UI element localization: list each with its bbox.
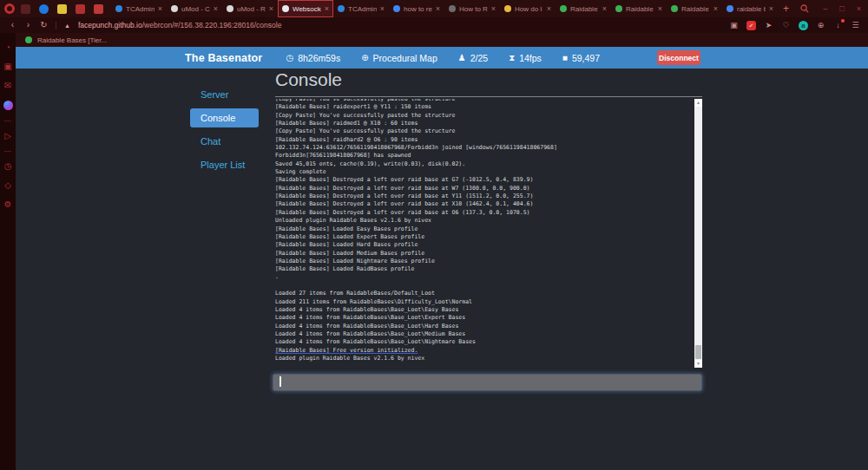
tab-strip: TCAdmin - F × uMod - Cop × uMod - Raid ×…	[111, 0, 778, 17]
console-line: Forbidd3n[76561198418067968] has spawned	[275, 152, 690, 160]
tab-title: TCAdmin - F	[126, 5, 155, 13]
toolbar-action-icon[interactable]: a	[799, 21, 808, 30]
console-log: [Copy Paste] You've successfully pasted …	[275, 99, 702, 362]
tab-close-icon[interactable]: ×	[269, 4, 273, 13]
opera-gx-menu-icon[interactable]	[4, 3, 15, 14]
scroll-up-icon[interactable]: ▲	[694, 99, 702, 107]
console-scrollbar[interactable]: ▲ ▼	[694, 99, 702, 368]
console-line: Unloaded plugin Raidable Bases v2.1.6 by…	[275, 217, 690, 225]
tab-close-icon[interactable]: ×	[769, 4, 773, 13]
stat-icon: ♟	[458, 53, 466, 62]
stat-value: 14fps	[519, 53, 542, 63]
scroll-down-icon[interactable]: ▼	[694, 360, 702, 368]
tab-close-icon[interactable]: ×	[214, 4, 218, 13]
tab-close-icon[interactable]: ×	[491, 4, 496, 13]
console-line: Loaded 27 items from RaidableBases/Defau…	[275, 290, 690, 297]
browser-tab[interactable]: Raidable Ba ×	[667, 0, 722, 17]
tab-title: Raidable Ba	[570, 5, 599, 13]
tab-close-icon[interactable]: ×	[436, 4, 440, 13]
disconnect-button[interactable]: Disconnect	[657, 50, 700, 65]
pinned-tab-favicon[interactable]	[57, 4, 67, 14]
address-url[interactable]: facepunch.github.io/webrcon/#/156.38.220…	[78, 21, 281, 29]
sidebar-icon[interactable]: ✉	[4, 82, 11, 90]
toolbar-action-icon[interactable]: ✓	[746, 21, 756, 30]
browser-tab[interactable]: Websocket R ×	[278, 0, 333, 17]
toolbar-actions: ▣✓➤♡a⊕↓☰	[729, 21, 860, 30]
browser-tab[interactable]: raidable bas ×	[722, 0, 778, 17]
back-button[interactable]: ‹	[9, 21, 16, 29]
tab-favicon	[449, 5, 456, 12]
sidebar-icon[interactable]	[3, 101, 13, 110]
sidebar-icon[interactable]: ▷	[4, 132, 11, 140]
sidebar-icon[interactable]: ◷	[4, 162, 12, 171]
tab-close-icon[interactable]: ×	[547, 4, 551, 13]
browser-tab[interactable]: how to remo ×	[389, 0, 444, 17]
toolbar-action-icon[interactable]: ♡	[781, 21, 791, 30]
browser-tab[interactable]: How to Rem ×	[444, 0, 500, 17]
browser-tab[interactable]: TCAdmin - F ×	[111, 0, 167, 17]
server-stats: ◷ 8h26m59s ⊕ Procedural Map ♟ 2/25 ⧗ 14f…	[286, 53, 600, 63]
window-minimize-button[interactable]: –	[823, 4, 827, 13]
toolbar-action-icon[interactable]: ⊕	[816, 21, 825, 30]
nav-item[interactable]: Console	[190, 108, 259, 127]
window-maximize-button[interactable]: □	[839, 4, 844, 13]
toolbar-action-icon[interactable]: ☰	[851, 21, 860, 30]
console-line: Loaded 4 items from RaidableBases\Base_L…	[275, 306, 690, 314]
scrollbar-thumb[interactable]	[695, 345, 701, 359]
tab-close-icon[interactable]: ×	[380, 4, 385, 13]
console-line	[275, 282, 690, 290]
sidebar-icon[interactable]	[4, 121, 11, 121]
console-line: 102.132.74.124:63612/76561198418067968/F…	[275, 144, 690, 152]
webrcon-page: The Basenator ◷ 8h26m59s ⊕ Procedural Ma…	[16, 47, 868, 470]
browser-tab[interactable]: How do I rem ×	[500, 0, 556, 17]
console-line: [Raidable Bases] Loaded Medium Bases pro…	[275, 250, 690, 258]
tab-favicon	[282, 5, 289, 12]
pinned-tab-favicon[interactable]	[39, 4, 49, 14]
command-input[interactable]	[273, 374, 702, 391]
nav-item[interactable]: Server	[190, 85, 259, 104]
stat-value: Procedural Map	[373, 53, 437, 63]
toolbar-action-icon[interactable]: ↓	[833, 21, 843, 30]
sidebar-icon[interactable]	[4, 151, 11, 152]
pinned-tab-favicon[interactable]	[76, 4, 85, 14]
tab-favicon	[338, 5, 345, 12]
bookmark-item[interactable]: Raidable Bases [Tier...	[37, 36, 107, 44]
page-nav: ServerConsoleChatPlayer List	[190, 85, 259, 179]
tab-close-icon[interactable]: ×	[713, 4, 718, 13]
sidebar-icon[interactable]: ◔	[5, 43, 10, 52]
stat-value: 59,497	[572, 53, 600, 63]
browser-tab[interactable]: Raidable Ba ×	[611, 0, 667, 17]
tab-favicon	[671, 5, 678, 12]
sidebar-icon[interactable]: ▣	[3, 62, 11, 71]
new-tab-button[interactable]: +	[783, 3, 789, 14]
reload-button[interactable]: ↻	[40, 21, 48, 29]
browser-chrome: TCAdmin - F × uMod - Cop × uMod - Raid ×…	[0, 0, 868, 47]
site-warning-icon[interactable]: ▲	[64, 23, 70, 29]
search-tabs-icon[interactable]	[800, 4, 809, 13]
console-line: [Raidable Bases] Free version initialize…	[275, 347, 690, 355]
tab-close-icon[interactable]: ×	[325, 4, 329, 13]
sidebar-icon[interactable]: ◇	[4, 181, 11, 190]
tab-title: Raidable Ba	[681, 5, 710, 13]
pinned-tab-favicon[interactable]	[94, 4, 103, 14]
console-line: Loaded 4 items from RaidableBases\Base_L…	[275, 338, 690, 346]
console-line: Loaded 211 items from RaidableBases\Diff…	[275, 298, 690, 306]
toolbar-action-icon[interactable]: ▣	[729, 21, 739, 30]
console-output[interactable]: [Copy Paste] You've successfully pasted …	[275, 99, 702, 368]
window-close-button[interactable]: ×	[857, 4, 861, 13]
tab-close-icon[interactable]: ×	[602, 4, 607, 13]
nav-item[interactable]: Player List	[190, 155, 259, 174]
browser-tab[interactable]: Raidable Ba ×	[556, 0, 611, 17]
forward-button[interactable]: ›	[24, 21, 32, 29]
pinned-tab-favicon[interactable]	[21, 4, 30, 14]
sidebar-icon[interactable]: ⚙	[4, 200, 12, 209]
browser-tab[interactable]: uMod - Cop ×	[167, 0, 222, 17]
nav-item[interactable]: Chat	[190, 132, 259, 151]
console-line: [Raidable Bases] Loaded Nightmare Bases …	[275, 258, 690, 265]
console-line: [Copy Paste] You've successfully pasted …	[275, 112, 690, 120]
browser-tab[interactable]: TCAdmin - F ×	[333, 0, 389, 17]
tab-close-icon[interactable]: ×	[658, 4, 662, 13]
toolbar-action-icon[interactable]: ➤	[764, 21, 773, 30]
tab-close-icon[interactable]: ×	[158, 4, 162, 13]
browser-tab[interactable]: uMod - Raid ×	[222, 0, 278, 17]
